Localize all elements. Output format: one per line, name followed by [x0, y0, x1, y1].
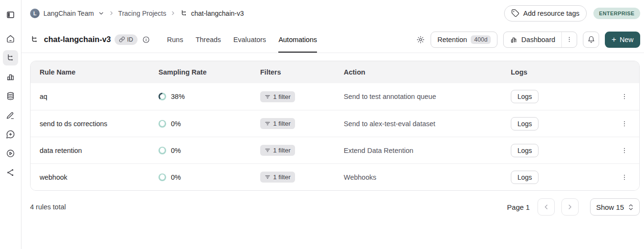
table-row: webhook 0% 1 filter Webhooks Logs — [31, 163, 639, 190]
sampling-rate-cell: 0% — [149, 120, 251, 128]
bar-chart-icon — [510, 36, 517, 43]
rule-action: Send to alex-test-eval dataset — [335, 120, 502, 128]
rule-name: data retention — [31, 147, 149, 154]
sampling-rate-value: 0% — [171, 120, 181, 128]
topbar-right: Add resource tags ENTERPRISE — [504, 5, 640, 22]
sampling-rate-value: 0% — [171, 147, 181, 154]
tag-icon — [511, 9, 519, 17]
table-row: data retention 0% 1 filter Extend Data R… — [31, 137, 639, 163]
filter-chip[interactable]: 1 filter — [260, 91, 295, 102]
link-icon — [119, 36, 125, 43]
filter-lines-icon — [264, 147, 271, 153]
row-menu-kebab-icon[interactable] — [617, 143, 632, 158]
next-page-button[interactable] — [561, 198, 579, 216]
title-actions: Retention 400d Dashboard — [416, 32, 640, 48]
column-header-filters: Filters — [251, 68, 335, 76]
breadcrumb-org[interactable]: LangChain Team — [43, 10, 94, 17]
filter-lines-icon — [264, 174, 271, 180]
column-header-sampling-rate: Sampling Rate — [149, 68, 251, 76]
sampling-donut-icon — [158, 173, 166, 181]
logs-button[interactable]: Logs — [511, 117, 538, 130]
plan-badge: ENTERPRISE — [593, 8, 640, 19]
settings-gear-icon[interactable] — [416, 35, 425, 44]
logs-button[interactable]: Logs — [511, 90, 538, 103]
plus-icon: + — [612, 35, 616, 43]
rule-action: Extend Data Retention — [335, 147, 502, 154]
sampling-donut-icon — [158, 93, 166, 100]
row-menu-kebab-icon[interactable] — [617, 89, 632, 104]
notifications-bell-icon[interactable] — [583, 32, 599, 48]
datasets-icon[interactable] — [3, 88, 18, 104]
tab-evaluators[interactable]: Evaluators — [233, 26, 266, 53]
app-window: L LangChain Team Tracing Projects — [0, 0, 644, 249]
filter-chip[interactable]: 1 filter — [260, 145, 295, 156]
breadcrumb-current[interactable]: chat-langchain-v3 — [180, 9, 244, 17]
chevron-right-icon — [170, 10, 176, 16]
title-bar: chat-langchain-v3 ID Runs Threads — [21, 26, 644, 53]
retention-button[interactable]: Retention 400d — [431, 32, 497, 48]
tab-automations[interactable]: Automations — [278, 26, 317, 53]
previous-page-button[interactable] — [538, 198, 555, 216]
tab-threads[interactable]: Threads — [196, 26, 221, 53]
chevron-right-icon — [108, 10, 115, 16]
column-header-logs: Logs — [502, 68, 617, 76]
rule-action: Send to test annotation queue — [335, 93, 502, 100]
table-row: send to ds corrections 0% 1 filter Send … — [31, 110, 639, 137]
sampling-rate-value: 0% — [171, 173, 181, 181]
dashboard-button[interactable]: Dashboard — [504, 32, 561, 47]
title-group: chat-langchain-v3 ID — [30, 34, 150, 45]
sidebar-toggle-icon[interactable] — [3, 7, 18, 22]
stepper-chevrons-icon — [628, 204, 633, 211]
row-menu-kebab-icon[interactable] — [617, 170, 632, 184]
project-tabs: Runs Threads Evaluators Automations — [167, 26, 317, 53]
column-header-action: Action — [335, 68, 502, 76]
add-resource-tags-button[interactable]: Add resource tags — [504, 5, 587, 22]
rules-total-label: 4 rules total — [30, 203, 66, 211]
main-content: L LangChain Team Tracing Projects — [21, 0, 644, 249]
rule-action: Webhooks — [335, 173, 502, 181]
sampling-donut-icon — [158, 120, 166, 128]
home-icon[interactable] — [3, 31, 18, 46]
deployments-icon[interactable] — [3, 165, 18, 180]
pagination: Page 1 Show 15 — [507, 198, 640, 216]
chevron-down-icon[interactable] — [98, 10, 105, 17]
breadcrumb-section[interactable]: Tracing Projects — [118, 10, 167, 17]
rule-name: webhook — [31, 173, 149, 181]
org-avatar: L — [30, 9, 40, 18]
tracing-project-icon — [180, 9, 188, 17]
playground-icon[interactable] — [3, 146, 18, 161]
monitoring-icon[interactable] — [3, 69, 18, 85]
top-bar: L LangChain Team Tracing Projects — [21, 0, 644, 26]
dashboard-split-button: Dashboard — [503, 32, 577, 48]
page-indicator: Page 1 — [507, 203, 530, 211]
logs-button[interactable]: Logs — [511, 144, 538, 157]
filter-chip[interactable]: 1 filter — [260, 118, 295, 129]
tracing-project-icon — [30, 35, 39, 44]
prompts-icon[interactable] — [3, 127, 18, 142]
chevron-left-icon — [542, 203, 550, 211]
filter-lines-icon — [264, 120, 271, 127]
column-header-rule-name: Rule Name — [31, 68, 149, 76]
filter-lines-icon — [264, 94, 271, 100]
page-size-select[interactable]: Show 15 — [590, 198, 640, 216]
left-nav-rail — [0, 0, 21, 249]
page-title: chat-langchain-v3 — [44, 35, 111, 44]
row-menu-kebab-icon[interactable] — [617, 117, 632, 131]
new-rule-button[interactable]: + New — [605, 32, 640, 48]
tab-runs[interactable]: Runs — [167, 26, 183, 53]
table-row: aq 38% 1 filter Send to test annotation … — [31, 83, 639, 110]
rule-name: send to ds corrections — [31, 120, 149, 128]
copy-id-badge[interactable]: ID — [115, 34, 137, 45]
info-icon[interactable] — [142, 36, 150, 43]
automation-rules-table: Rule Name Sampling Rate Filters Action L… — [30, 61, 640, 191]
sampling-rate-cell: 38% — [149, 93, 251, 100]
logs-button[interactable]: Logs — [511, 171, 538, 184]
dashboard-more-kebab-icon[interactable] — [561, 32, 577, 47]
table-header-row: Rule Name Sampling Rate Filters Action L… — [31, 61, 639, 83]
tracing-projects-icon[interactable] — [3, 50, 18, 65]
rule-name: aq — [31, 93, 149, 100]
filter-chip[interactable]: 1 filter — [260, 172, 295, 183]
annotation-icon[interactable] — [3, 108, 18, 123]
chevron-right-icon — [566, 203, 574, 211]
table-footer: 4 rules total Page 1 Show 15 — [30, 198, 640, 216]
